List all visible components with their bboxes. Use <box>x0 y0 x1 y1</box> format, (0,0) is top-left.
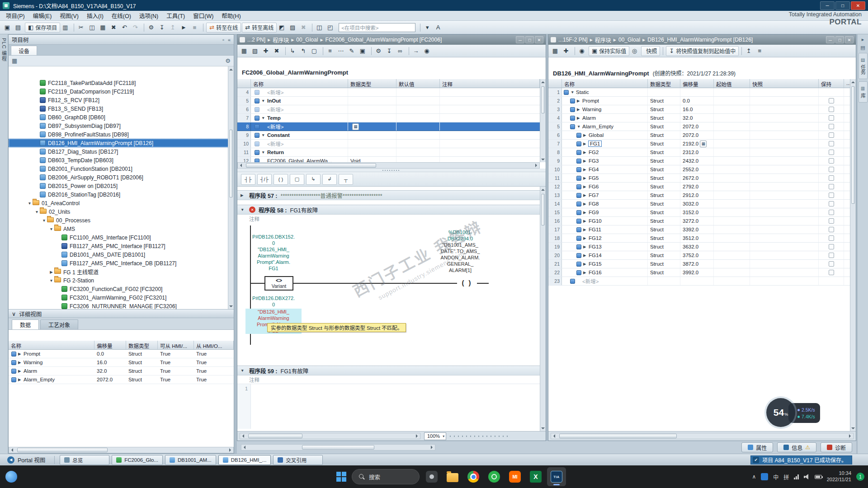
breadcrumb-item[interactable]: ▶FC2006_Global_AlarmWarningPrompt [FC200… <box>320 37 442 43</box>
db-row[interactable]: 23 <新增> <box>548 277 850 286</box>
expand-icon[interactable]: ▶ <box>583 150 589 155</box>
delete-network-icon[interactable]: ▧ <box>251 46 261 56</box>
sidebar-list-icon[interactable]: ▤ <box>860 45 865 51</box>
scroll-right-button[interactable] <box>414 433 420 439</box>
db-row[interactable]: 7 ▶FG1 Struct 2192.0▦ <box>548 140 850 148</box>
bottom-horizontal-scrollbar[interactable] <box>241 444 435 450</box>
network-59-editor[interactable]: 1 <box>237 384 540 429</box>
db-row[interactable]: 15 ▶FG9 Struct 3152.0 <box>548 208 850 217</box>
start-value[interactable] <box>714 140 750 148</box>
cut-icon[interactable]: ✂ <box>77 23 87 33</box>
start-value[interactable] <box>714 174 750 182</box>
interface-row[interactable]: 7 ▼Temp <box>237 114 540 122</box>
expand-icon[interactable]: ▶ <box>577 99 582 103</box>
retain-checkbox[interactable] <box>829 98 834 103</box>
start-value[interactable] <box>714 234 750 242</box>
tree-item[interactable]: FC1100_AMS_Interface [FC1100] <box>9 233 234 242</box>
redo-icon[interactable]: ↷ <box>131 23 141 33</box>
db-row[interactable]: 11 ▶FG5 Struct 2672.0 <box>548 174 850 183</box>
open-branch-icon[interactable]: ↳ <box>288 46 298 56</box>
sidebar-pin-icon[interactable]: ▸ <box>862 37 864 42</box>
breadcrumb-item[interactable]: ▶...2 PN] <box>247 37 265 43</box>
column-header[interactable]: 从 HMI/O... <box>194 341 234 349</box>
network-comment[interactable]: 注释 <box>237 215 540 223</box>
expand-icon[interactable]: ▶ <box>583 227 589 232</box>
zoom-slider[interactable] <box>450 436 509 437</box>
expand-icon[interactable]: ▶ <box>18 352 24 356</box>
start-value[interactable] <box>714 277 750 285</box>
scrollbar-thumb[interactable] <box>17 448 108 452</box>
branch-operand[interactable]: P#DB126.DBX272. 0 <box>242 295 305 308</box>
editor-db1001-button[interactable]: DB1001_AM... <box>165 455 216 465</box>
expand-icon[interactable]: ▶ <box>583 141 589 146</box>
column-header[interactable]: 默认值 <box>396 79 440 88</box>
interface-row[interactable]: 12 FC2006_Global_AlarmWa... Void <box>237 157 540 162</box>
scrollbar-thumb[interactable] <box>541 86 545 113</box>
start-value[interactable] <box>714 251 750 259</box>
start-value[interactable] <box>714 208 750 216</box>
snapshot-button[interactable]: 快照 <box>641 46 660 56</box>
db-row[interactable]: 6 ▶Global Struct 2072.0 <box>548 131 850 140</box>
scroll-right-button[interactable] <box>429 445 435 450</box>
expand-members-icon[interactable]: ≡ <box>755 46 765 56</box>
start-value[interactable] <box>714 268 750 277</box>
retain-checkbox[interactable] <box>829 124 834 129</box>
tree-horizontal-scrollbar[interactable] <box>9 447 234 453</box>
tree-item[interactable]: FC3200_FunctionCall_FG02 [FC3200] <box>9 285 234 293</box>
excel-icon[interactable]: X <box>526 467 545 486</box>
snapshot-icon[interactable]: ◎ <box>630 46 640 56</box>
download-block-icon[interactable]: ↧ <box>385 46 395 56</box>
float-button[interactable]: □ <box>835 36 844 43</box>
column-header[interactable]: 快照 <box>750 79 819 88</box>
tree-item[interactable]: FB1127_AMS_PMC_Interface_DB [DB1127] <box>9 259 234 267</box>
retain-checkbox[interactable] <box>829 218 834 224</box>
taskbar-search[interactable]: 搜索 <box>352 469 420 484</box>
interface-row[interactable]: 10 <新增> <box>237 140 540 148</box>
editor-fc2006-button[interactable]: FC2006_Glo... <box>112 455 163 465</box>
compare-contact[interactable]: <> Variant <box>264 276 293 291</box>
start-value[interactable] <box>714 105 750 113</box>
properties-tab[interactable]: 属性 <box>741 442 773 452</box>
column-header[interactable]: 保持 <box>819 79 844 88</box>
db-row[interactable]: 19 ▶FG13 Struct 3632.0 <box>548 243 850 251</box>
expand-icon[interactable]: ▶ <box>583 253 589 258</box>
editor-db126-button[interactable]: DB126_HMI_... <box>218 455 271 465</box>
keep-actual-values-button[interactable]: ▣保持实际值 <box>589 46 629 56</box>
expand-icon[interactable]: ▶ <box>577 116 582 120</box>
close-button[interactable]: ✕ <box>535 36 543 43</box>
scrollbar-thumb[interactable] <box>559 434 677 438</box>
start-value[interactable] <box>714 165 750 174</box>
expand-icon[interactable]: ▶ <box>583 202 589 206</box>
tia-portal-app-icon[interactable]: TIA <box>547 467 566 486</box>
tree-item[interactable]: DB126_HMI_AlarmWarningPrompt [DB126] <box>9 139 234 147</box>
devices-tab[interactable]: 设备 <box>11 46 37 55</box>
contact-operand[interactable]: P#DB126.DBX152. 0 "DB126_HMI_ AlarmWarni… <box>242 234 305 272</box>
tree-item[interactable]: ▼ 01_AreaControl <box>9 199 234 207</box>
stop-cpu-icon[interactable]: ■ <box>190 23 200 33</box>
network-icon[interactable] <box>794 474 799 479</box>
ime-pinyin-indicator[interactable]: 拼 <box>783 473 789 481</box>
tree-item[interactable]: DB98_ProfinetFaultStatus [DB98] <box>9 130 234 139</box>
go-offline-button[interactable]: ⇄转至离线 <box>242 23 277 33</box>
interface-row[interactable]: 5 ▼InOut <box>237 97 540 105</box>
expand-icon[interactable]: ▶ <box>577 107 582 112</box>
online-diagnostics-icon[interactable]: ◩ <box>278 23 288 33</box>
start-value[interactable] <box>714 157 750 165</box>
tree-item[interactable]: ▼ 00_Processes <box>9 216 234 225</box>
scrollbar-thumb[interactable] <box>246 163 376 168</box>
network-58-header[interactable]: ▼ ✕ 程序段 58 : FG1有故障 <box>237 205 540 215</box>
column-header[interactable]: 可从 HMI/... <box>158 341 194 349</box>
column-header[interactable]: 偏移量 <box>680 79 714 88</box>
file-explorer-icon[interactable] <box>443 467 462 486</box>
expand-icon[interactable]: ▼ <box>577 124 582 129</box>
project-search-input[interactable] <box>339 23 415 32</box>
coil-operand[interactable]: %DB1001. DBX2294.0 "DB1001_AMS_ DATE".TO… <box>431 229 490 273</box>
tree-item[interactable]: FB1127_AMS_PMC_Interface [FB1127] <box>9 242 234 250</box>
db-row[interactable]: 21 ▶FG15 Struct 3872.0 <box>548 260 850 268</box>
fc-editor-titlebar[interactable]: ▶...2 PN]▶程序块▶00_Gloal▶FC2006_Global_Ala… <box>237 35 546 45</box>
tree-item[interactable]: DB2016_StationTag [DB2016] <box>9 190 234 199</box>
network-comment[interactable]: 注释 <box>237 375 540 384</box>
retain-checkbox[interactable] <box>829 107 834 112</box>
tree-item[interactable]: DB2006_AirSupply_ROBOT1 [DB2006] <box>9 173 234 182</box>
db-vertical-scrollbar[interactable] <box>850 79 856 431</box>
